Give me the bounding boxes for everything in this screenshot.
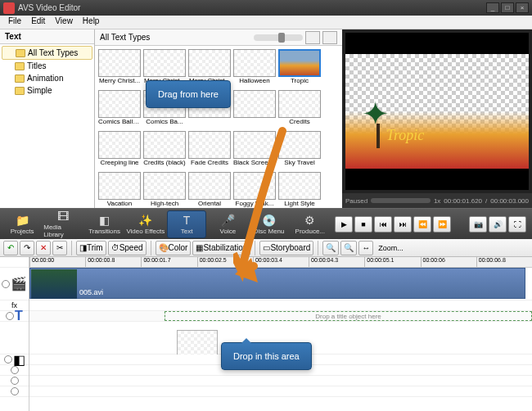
preview-status: Paused xyxy=(345,197,367,205)
play-button-1[interactable]: ■ xyxy=(354,216,372,233)
title-track[interactable]: Drop a title object here xyxy=(29,311,532,322)
play-button-8[interactable]: 🔊 xyxy=(489,216,507,233)
tl-tool-1[interactable]: 🔍 xyxy=(322,241,339,255)
title-dropzone[interactable]: Drop a title object here xyxy=(165,311,532,321)
minimize-button[interactable]: _ xyxy=(486,2,499,13)
thumbnail-label: Comics Ballo... xyxy=(98,118,141,125)
video-clip[interactable]: 005.avi xyxy=(29,268,525,299)
menubar: File Edit View Help xyxy=(0,16,532,29)
toolbar-label: Produce... xyxy=(295,228,325,235)
visibility-toggle-icon[interactable] xyxy=(2,280,10,288)
tl-tool-2[interactable]: 🔍 xyxy=(340,241,357,255)
category-item[interactable]: Titles xyxy=(2,60,92,72)
video-track[interactable]: 005.avi xyxy=(29,268,532,300)
speed-button[interactable]: ⏱ Speed xyxy=(108,241,147,255)
title-thumbnail[interactable]: High-tech xyxy=(143,172,186,208)
play-button-0[interactable]: ▶ xyxy=(335,216,353,233)
ruler-tick: 00:00:05.1 xyxy=(364,257,420,267)
trim-button[interactable]: ◨ Trim xyxy=(76,241,106,255)
main-toolbar: 📁Projects🎞Media Library◧Transitions✨Vide… xyxy=(0,208,532,239)
title-thumbnail[interactable]: Vacation xyxy=(98,172,141,208)
category-item[interactable]: Simple xyxy=(2,84,92,97)
title-thumbnail[interactable]: Sky Travel xyxy=(278,131,321,169)
menu-view[interactable]: View xyxy=(50,16,78,29)
play-button-7[interactable]: 📷 xyxy=(469,216,487,233)
play-button-2[interactable]: ⏮ xyxy=(374,216,392,233)
preview-controls: Paused 1x 00:00:01.620 / 00:00:03.000 xyxy=(342,193,532,208)
toolbar-transitions[interactable]: ◧Transitions xyxy=(84,210,124,238)
thumb-zoom-slider[interactable] xyxy=(254,34,303,41)
title-thumbnail[interactable]: Halloween xyxy=(233,49,276,88)
title-thumbnail[interactable]: Tropic xyxy=(278,49,321,88)
clip-label: 005.avi xyxy=(79,288,103,296)
thumbnail-label: Halloween xyxy=(233,77,276,84)
thumbnail-label: Sky Travel xyxy=(278,159,321,166)
play-button-4[interactable]: ⏪ xyxy=(413,216,431,233)
thumbnail-label: Light Style xyxy=(278,200,321,207)
visibility-toggle-icon[interactable] xyxy=(4,355,12,364)
title-thumbnail[interactable]: Light Style xyxy=(278,172,321,208)
toolbar-icon: T xyxy=(179,214,194,227)
ruler-tick: 00:00:03.4 xyxy=(253,257,309,267)
ruler-tick: 00:00:01.7 xyxy=(141,257,196,267)
timeline-redo[interactable]: ↷ xyxy=(20,241,34,255)
preview-time-current: 00:00:01.620 xyxy=(444,197,482,205)
play-button-9[interactable]: ⛶ xyxy=(508,216,526,233)
title-thumbnail[interactable]: Creeping line xyxy=(98,131,141,169)
toolbar-icon: ✨ xyxy=(138,214,153,227)
category-panel: Text All Text TypesTitlesAnimationSimple xyxy=(0,29,95,208)
visibility-toggle-icon[interactable] xyxy=(6,312,14,320)
toolbar-projects[interactable]: 📁Projects xyxy=(2,210,42,238)
visibility-toggle-icon[interactable] xyxy=(11,377,19,385)
folder-icon xyxy=(15,75,25,83)
folder-icon xyxy=(16,49,25,57)
category-label: Animation xyxy=(27,74,63,83)
view-mode-list[interactable] xyxy=(322,31,337,44)
audio-track-2[interactable] xyxy=(29,376,532,386)
play-button-5[interactable]: ⏩ xyxy=(433,216,451,233)
timeline-delete[interactable]: ✕ xyxy=(36,241,51,255)
title-thumbnail[interactable] xyxy=(233,90,276,129)
visibility-toggle-icon[interactable] xyxy=(11,366,19,374)
title-thumbnail[interactable]: Credits (black) xyxy=(143,131,186,169)
play-button-3[interactable]: ⏭ xyxy=(394,216,412,233)
effects-track[interactable] xyxy=(29,300,532,311)
toolbar-disc-menu[interactable]: 💿Disc Menu xyxy=(249,210,288,238)
title-thumbnail[interactable]: Oriental xyxy=(188,172,231,208)
stabilization-button[interactable]: ▦ Stabilization xyxy=(192,241,250,255)
timeline-ruler[interactable]: 00:00:0000:00:00.800:00:01.700:00:02.500… xyxy=(29,257,532,268)
tl-tool-3[interactable]: ↔ xyxy=(358,241,373,255)
toolbar-voice[interactable]: 🎤Voice xyxy=(208,210,247,238)
toolbar-media-library[interactable]: 🎞Media Library xyxy=(43,210,83,238)
storyboard-button[interactable]: ▭ Storyboard xyxy=(259,241,313,255)
toolbar-text[interactable]: TText xyxy=(167,210,206,238)
view-mode-grid[interactable] xyxy=(305,31,320,44)
thumbnail-label: Black Screen... xyxy=(233,159,276,166)
title-thumbnail[interactable]: Credits xyxy=(278,90,321,129)
audio-track-3[interactable] xyxy=(29,386,532,397)
title-thumbnail[interactable]: Merry Christ... xyxy=(98,49,141,88)
title-thumbnail[interactable]: Foggy Wak... xyxy=(233,172,276,208)
menu-help[interactable]: Help xyxy=(78,16,105,29)
category-item[interactable]: Animation xyxy=(2,72,92,84)
tooltip-drag: Drag from here xyxy=(146,80,231,108)
title-thumbnail[interactable]: Black Screen... xyxy=(233,131,276,169)
timeline-split[interactable]: ✂ xyxy=(52,241,67,255)
menu-edit[interactable]: Edit xyxy=(26,16,50,29)
app-title: AVS Video Editor xyxy=(18,3,80,12)
menu-file[interactable]: File xyxy=(3,16,26,29)
zoom-label: Zoom... xyxy=(378,244,404,252)
title-thumbnail[interactable]: Fade Credits xyxy=(188,131,231,169)
toolbar-produce-[interactable]: ⚙Produce... xyxy=(291,210,330,238)
track-gutter: 🎬 fx T ◧ xyxy=(0,257,29,411)
title-thumbnail[interactable]: Comics Ballo... xyxy=(98,90,141,129)
close-button[interactable]: × xyxy=(516,2,529,13)
category-item[interactable]: All Text Types xyxy=(2,46,92,60)
visibility-toggle-icon[interactable] xyxy=(11,387,19,395)
category-tree: All Text TypesTitlesAnimationSimple xyxy=(0,44,94,208)
color-button[interactable]: 🎨 Color xyxy=(156,241,192,255)
toolbar-video-effects[interactable]: ✨Video Effects xyxy=(126,210,165,238)
preview-seek[interactable] xyxy=(371,198,431,203)
timeline-undo[interactable]: ↶ xyxy=(3,241,18,255)
maximize-button[interactable]: □ xyxy=(501,2,514,13)
